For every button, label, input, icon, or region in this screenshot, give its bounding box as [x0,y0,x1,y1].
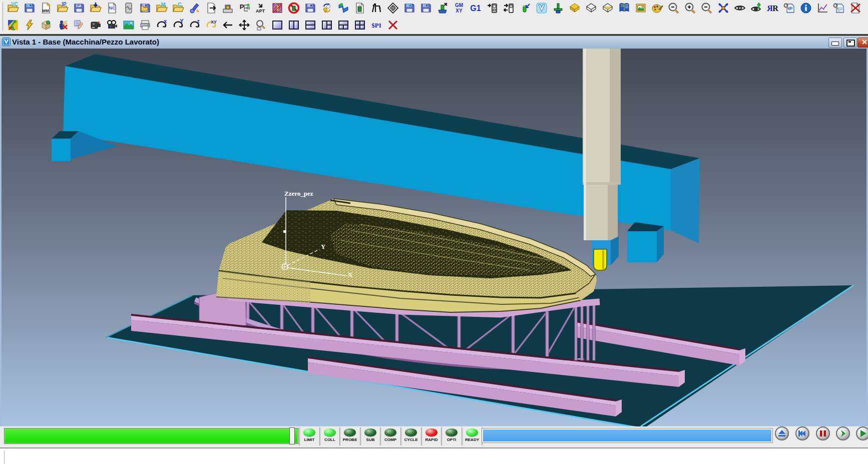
svg-text:R: R [767,4,773,13]
svg-text:APT: APT [256,9,265,14]
svg-text:P: P [240,3,244,11]
svg-text:z: z [197,19,200,24]
svg-text:VC: VC [26,3,33,8]
svg-text:NC: NC [109,6,116,11]
svg-text:IP: IP [788,6,793,11]
svg-text:$PI: $PI [371,22,381,29]
svg-text:R: R [772,4,778,13]
svg-text:GM: GM [455,3,463,8]
svg-text:G1: G1 [470,4,481,13]
svg-text:x: x [164,19,167,24]
svg-text:VC: VC [11,2,18,7]
svg-text:M: M [407,3,411,8]
svg-text:C: C [424,3,427,8]
svg-text:XY: XY [456,8,463,14]
svg-text:IP: IP [62,2,67,7]
svg-text:XY: XY [211,20,217,25]
svg-text:IP: IP [77,3,81,8]
svg-text:Y: Y [321,243,326,250]
svg-text:M: M [161,2,165,8]
svg-text:Zzero_pez: Zzero_pez [284,190,313,197]
svg-text:X: X [348,271,353,278]
svg-text:C: C [178,2,182,8]
svg-text:MM: MM [42,9,49,13]
svg-text:Y: Y [180,19,184,24]
